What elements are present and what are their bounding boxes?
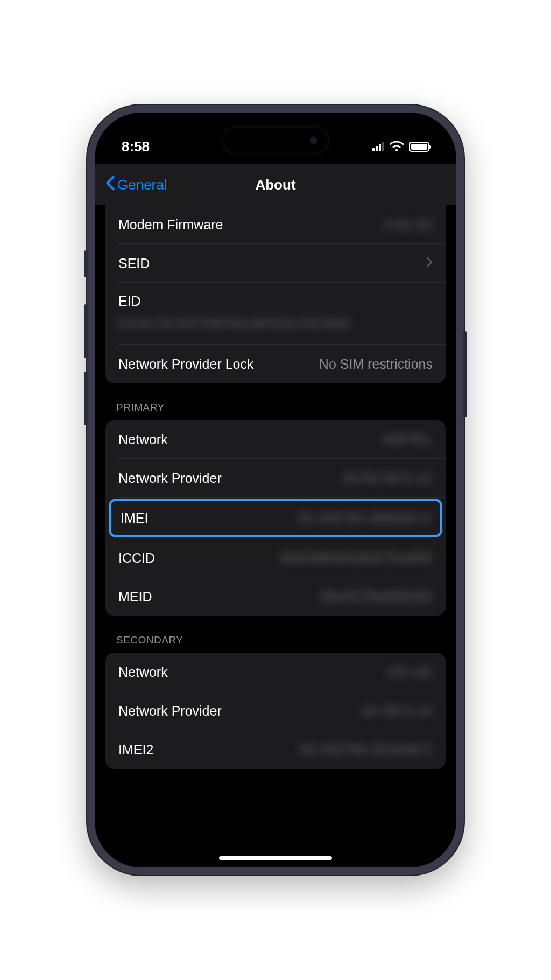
row-value: Jio 58.5.14 [361,703,433,719]
row-label: Network Provider [118,703,222,719]
row-label: SEID [118,256,150,271]
row-primary-imei[interactable]: IMEI 35 455784 668283 4 [109,499,442,537]
row-value: No SIM restrictions [319,356,433,372]
home-indicator[interactable] [219,856,332,860]
row-label: ICCID [118,550,155,566]
row-value: 8104e7813367986582e88f18a13323588 [118,317,433,331]
row-value: 89918809428327be855 [280,550,433,566]
dynamic-island [221,125,330,155]
row-label: IMEI [121,510,148,526]
row-value: 4.81.82 [384,217,433,233]
section-primary: Network AIRTEL Network Provider AirTel 5… [105,420,446,616]
volume-down-button [84,372,88,425]
row-primary-network[interactable]: Network AIRTEL [105,420,446,459]
power-button [463,331,467,417]
back-button[interactable]: General [105,176,167,194]
row-seid[interactable]: SEID [105,244,446,283]
row-primary-meid[interactable]: MEID 35e5578e668283 [105,577,446,616]
row-value: 35e5578e668283 [320,589,433,605]
row-eid[interactable]: EID 8104e7813367986582e88f18a13323588 [105,283,446,345]
row-label: Network [118,432,168,447]
row-modem-firmware[interactable]: Modem Firmware 4.81.82 [105,205,446,244]
row-label: EID [118,293,141,309]
row-label: Modem Firmware [118,217,223,233]
chevron-left-icon [105,176,115,194]
status-icons [372,138,429,155]
battery-icon [409,142,429,152]
row-primary-iccid[interactable]: ICCID 89918809428327be855 [105,538,446,577]
dual-signal-icon [372,142,384,151]
section-device-info: Modem Firmware 4.81.82 SEID EID 8104e781… [105,205,446,383]
row-label: Network Provider [118,471,222,486]
section-header-secondary: SECONDARY [95,616,456,653]
row-network-provider-lock[interactable]: Network Provider Lock No SIM restriction… [105,345,446,383]
screen: 8:58 General About [95,113,456,867]
camera-icon [309,136,318,145]
navigation-bar: General About [95,164,456,205]
page-title: About [255,177,295,193]
row-value: AirTel 58.5.12 [343,471,433,486]
volume-up-button [84,304,88,358]
row-label: MEID [118,589,152,605]
row-value: AIRTEL [383,432,433,447]
content-scroll[interactable]: Modem Firmware 4.81.82 SEID EID 8104e781… [95,205,456,867]
chevron-right-icon [426,257,433,270]
row-primary-network-provider[interactable]: Network Provider AirTel 58.5.12 [105,459,446,498]
row-value: 35 455784 668283 4 [298,510,430,526]
wifi-icon [390,138,404,155]
row-label: IMEI2 [118,742,153,758]
row-value: 35 455784 653438 5 [300,742,433,758]
row-secondary-imei2[interactable]: IMEI2 35 455784 653438 5 [105,730,446,769]
row-label: Network Provider Lock [118,356,253,372]
row-value: JIO 4G [387,664,433,680]
back-label: General [117,177,167,193]
status-time: 8:58 [122,138,150,155]
row-secondary-network[interactable]: Network JIO 4G [105,653,446,691]
silence-switch [84,250,88,277]
row-label: Network [118,664,168,680]
section-header-primary: PRIMARY [95,383,456,420]
phone-frame: 8:58 General About [87,105,464,875]
row-secondary-network-provider[interactable]: Network Provider Jio 58.5.14 [105,691,446,730]
section-secondary: Network JIO 4G Network Provider Jio 58.5… [105,653,446,769]
